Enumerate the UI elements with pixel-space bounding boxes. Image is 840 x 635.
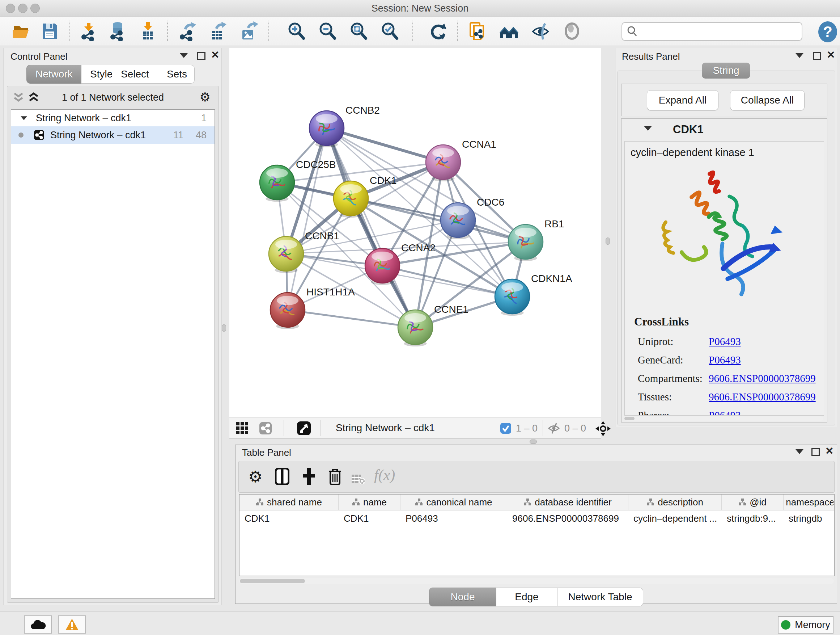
panel-menu-icon[interactable] [796,449,804,454]
network-tree-root-row[interactable]: String Network – cdk1 1 [11,110,215,126]
clone-network-button[interactable] [467,21,488,42]
show-columns-button[interactable] [272,466,292,486]
cell-namespace[interactable]: stringdb [783,510,834,526]
warnings-button[interactable] [58,616,86,633]
column-header[interactable]: database identifier [507,494,628,510]
network-edge[interactable] [287,310,415,327]
network-node[interactable]: CCNA1 [426,139,496,181]
network-edge[interactable] [327,128,443,162]
expand-all-button[interactable]: Expand All [647,90,718,111]
import-network-button[interactable] [78,21,99,42]
gear-icon[interactable]: ⚙ [200,90,210,104]
memory-button[interactable]: Memory [778,616,834,633]
tab-edge-table[interactable]: Edge Table [496,587,557,606]
panel-float-icon[interactable] [813,52,821,60]
export-network-button[interactable] [177,21,197,42]
export-table-button[interactable] [207,21,228,42]
network-node[interactable]: RB1 [508,218,564,261]
export-image-button[interactable] [238,21,259,42]
column-header[interactable]: canonical name [401,494,507,510]
collapse-entry-icon[interactable] [644,126,652,131]
show-graphics-details-button[interactable] [561,21,583,42]
panel-menu-icon[interactable] [180,53,188,58]
cell-database-identifier[interactable]: 9606.ENSP00000378699 [507,510,628,526]
table-row[interactable]: CDK1 CDK1 P06493 9606.ENSP00000378699 cy… [240,510,834,526]
export-image-icon [239,21,258,41]
column-header[interactable]: description [628,494,722,510]
tissues-link[interactable]: 9606.ENSP00000378699 [709,391,816,403]
delete-column-button[interactable] [325,466,345,486]
network-tree-row-selected[interactable]: String Network – cdk1 11 48 [11,126,215,144]
tree-expand-icon[interactable] [21,116,27,120]
tab-network[interactable]: Network [27,65,81,84]
network-canvas[interactable]: CCNB2CCNA1CDC25BCDK1CDC6RB1CCNB1CCNA2CDK… [229,48,601,417]
hide-selected-button[interactable] [531,21,551,42]
network-node[interactable]: HIST1H1A [270,287,355,329]
panel-close-icon[interactable]: ✕ [211,51,219,59]
left-splitter-handle[interactable] [222,325,226,332]
panel-menu-icon[interactable] [796,53,804,58]
zoom-in-button[interactable] [286,21,307,42]
network-node[interactable]: CDK1 [333,175,397,218]
hidden-eye-icon[interactable] [548,423,560,434]
panel-float-icon[interactable] [812,448,820,456]
hidden-node-edge-count: 0 – 0 [564,423,586,434]
zoom-out-button[interactable] [317,21,338,42]
cell-name[interactable]: CDK1 [339,510,401,526]
tab-select[interactable]: Select [112,65,158,84]
pharos-link[interactable]: P06493 [709,409,816,416]
uniprot-link[interactable]: P06493 [709,336,816,348]
cell-shared-name[interactable]: CDK1 [240,510,339,526]
network-tree: String Network – cdk1 1 String Network –… [11,109,215,599]
panel-close-icon[interactable]: ✕ [827,51,835,59]
fit-content-crosshair-icon[interactable] [595,421,611,436]
save-session-button[interactable] [39,21,60,42]
network-view-icon[interactable] [259,422,272,435]
zoom-fit-button[interactable] [348,21,369,42]
cell-description[interactable]: cyclin–dependent ... [628,510,722,526]
genecard-link[interactable]: P06493 [709,354,816,366]
bottom-splitter-handle[interactable] [530,440,537,444]
column-header[interactable]: namespace [783,494,834,510]
attribute-icon [646,498,654,506]
network-tab-content: 1 of 1 Network selected ⚙ String Network… [7,86,219,603]
panel-float-icon[interactable] [197,52,205,60]
column-header[interactable]: name [339,494,401,510]
refresh-button[interactable] [428,21,448,42]
import-network-from-database-button[interactable] [107,21,128,42]
right-splitter-handle[interactable] [606,238,610,245]
network-edge[interactable] [382,266,512,296]
grid-view-icon[interactable] [236,422,249,435]
results-hscrollbar[interactable] [624,416,823,421]
network-node[interactable]: CDKN1A [495,273,572,316]
collapse-all-button[interactable]: Collapse All [730,90,805,111]
panel-close-icon[interactable]: ✕ [825,447,834,455]
help-button[interactable]: ? [818,21,837,42]
home-button[interactable] [499,21,519,42]
selected-checkbox-icon[interactable] [500,423,512,434]
column-header[interactable]: @id [722,494,783,510]
cell-canonical-name[interactable]: P06493 [401,510,507,526]
tab-style[interactable]: Style [81,65,112,84]
cloud-status-button[interactable] [24,616,52,633]
table-settings-button[interactable]: ⚙ [245,466,265,486]
tab-network-table[interactable]: Network Table [557,587,643,606]
table-hscrollbar[interactable] [239,578,834,584]
network-edge[interactable] [287,128,327,310]
cell-id[interactable]: stringdb:9... [722,510,783,526]
network-node[interactable]: CCNE1 [398,304,469,347]
column-header[interactable]: shared name [240,494,339,510]
search-input[interactable] [638,26,791,38]
network-node[interactable]: CDC6 [441,196,504,239]
birds-eye-view-icon[interactable] [297,421,311,435]
tab-sets[interactable]: Sets [158,65,195,84]
open-session-button[interactable] [11,21,32,42]
zoom-selected-button[interactable] [379,21,400,42]
create-column-button[interactable] [299,466,319,486]
import-table-button[interactable] [137,21,158,42]
tab-node-table[interactable]: Node Table [429,587,496,606]
result-card-header[interactable]: CDK1 [622,119,827,140]
search-field[interactable] [622,22,802,41]
tab-string[interactable]: String [702,63,750,79]
compartments-link[interactable]: 9606.ENSP00000378699 [709,372,816,385]
